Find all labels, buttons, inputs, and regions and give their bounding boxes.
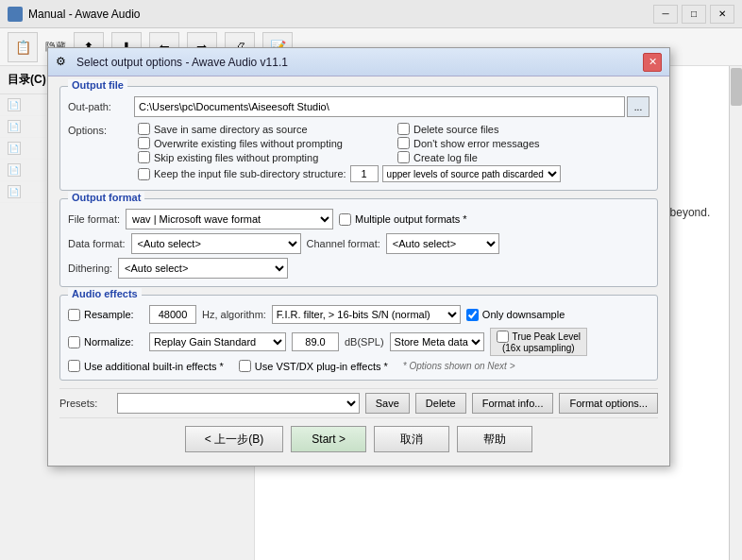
options-row: Options: Save in same directory as sourc… [68, 123, 649, 182]
true-peak-cb[interactable]: True Peak Level [497, 331, 581, 343]
channel-format-label: Channel format: [307, 238, 380, 249]
help-btn[interactable]: 帮助 [457, 426, 532, 452]
presets-select[interactable] [117, 393, 360, 414]
additional-row: Use additional built-in effects * Use VS… [68, 360, 649, 372]
options-note: * Options shown on Next > [403, 361, 515, 371]
additional-effects-input[interactable] [68, 360, 80, 372]
bg-titlebar: Manual - Awave Audio ─ □ ✕ [0, 0, 742, 28]
vst-input[interactable] [239, 360, 251, 372]
options-label: Options: [68, 123, 134, 136]
resample-algo-select[interactable]: F.I.R. filter, > 16-bits S/N (normal) [272, 305, 461, 324]
close-bg-btn[interactable]: ✕ [710, 5, 734, 24]
scrollbar-thumb[interactable] [731, 68, 742, 106]
normalize-unit: dB(SPL) [345, 336, 384, 348]
effects-grid: Resample: Hz, algorithm: F.I.R. filter, … [68, 305, 649, 372]
normalize-input[interactable] [68, 336, 80, 348]
true-peak-line2: (16x upsampling) [502, 343, 575, 353]
cb-same-dir-input[interactable] [138, 123, 150, 135]
normalize-type-select[interactable]: Replay Gain Standard [149, 332, 286, 351]
cb-no-error-msg-input[interactable] [397, 137, 410, 149]
toc-item-icon: 📄 [8, 98, 21, 111]
cb-delete-source-label: Delete source files [413, 124, 499, 135]
subdir-dropdown[interactable]: upper levels of source path discarded [382, 165, 561, 182]
options-grid: Save in same directory as source Delete … [138, 123, 649, 163]
multi-output-input[interactable] [339, 213, 351, 226]
true-peak-box: True Peak Level (16x upsampling) [490, 328, 587, 356]
cb-keep-subdir-label: Keep the input file sub-directory struct… [154, 168, 346, 179]
outpath-row: Out-path: ... [68, 96, 649, 117]
options-content: Save in same directory as source Delete … [138, 123, 649, 182]
format-content: File format: wav | Microsoft wave format… [68, 209, 649, 279]
data-format-label: Data format: [68, 238, 126, 249]
output-format-legend: Output format [68, 192, 144, 203]
toolbar-clipboard-btn[interactable]: 📋 [8, 32, 38, 62]
cb-same-dir-label: Save in same directory as source [154, 124, 308, 135]
cb-skip-existing[interactable]: Skip existing files without prompting [138, 151, 390, 163]
cb-keep-subdir[interactable]: Keep the input file sub-directory struct… [138, 168, 346, 180]
cancel-btn[interactable]: 取消 [374, 426, 449, 452]
cb-delete-source-input[interactable] [397, 123, 410, 135]
only-downsample-input[interactable] [466, 309, 479, 321]
format-info-btn[interactable]: Format info... [472, 393, 554, 414]
multi-output-cb[interactable]: Multiple output formats * [339, 213, 467, 226]
resample-unit: Hz, algorithm: [202, 309, 266, 320]
format-options-btn[interactable]: Format options... [559, 393, 658, 414]
toc-item-icon: 📄 [8, 120, 21, 133]
back-btn[interactable]: < 上一步(B) [185, 426, 283, 452]
save-preset-btn[interactable]: Save [365, 393, 410, 414]
output-options-dialog: ⚙ Select output options - Awave Audio v1… [47, 47, 670, 467]
file-format-label: File format: [68, 213, 120, 225]
normalize-row: Normalize: Replay Gain Standard dB(SPL) … [68, 328, 649, 356]
dithering-select[interactable]: <Auto select> [118, 258, 288, 279]
output-format-section: Output format File format: wav | Microso… [59, 198, 658, 287]
bg-window-title: Manual - Awave Audio [28, 8, 141, 21]
minimize-btn[interactable]: ─ [653, 5, 678, 24]
app-icon [8, 7, 23, 22]
data-format-select[interactable]: <Auto select> [131, 233, 301, 254]
subdir-num-input[interactable] [350, 165, 379, 182]
start-btn[interactable]: Start > [291, 426, 366, 452]
cb-create-log-label: Create log file [413, 152, 478, 163]
cb-overwrite-input[interactable] [138, 137, 150, 149]
delete-preset-btn[interactable]: Delete [415, 393, 466, 414]
only-downsample-label: Only downsample [482, 309, 565, 320]
cb-no-error-msg-label: Don't show error messages [413, 138, 540, 149]
true-peak-input[interactable] [497, 331, 509, 343]
toc-item-icon: 📄 [8, 185, 21, 198]
normalize-label: Normalize: [84, 336, 134, 348]
scrollbar-vertical[interactable] [729, 66, 742, 560]
outpath-input[interactable] [134, 96, 625, 117]
cb-create-log[interactable]: Create log file [397, 151, 649, 163]
cb-same-dir[interactable]: Save in same directory as source [138, 123, 390, 135]
normalize-db-input[interactable] [292, 332, 339, 351]
cb-no-error-msg[interactable]: Don't show error messages [397, 137, 649, 149]
audio-effects-legend: Audio effects [68, 288, 142, 299]
maximize-btn[interactable]: □ [682, 5, 706, 24]
resample-hz-input[interactable] [149, 305, 196, 324]
normalize-cb[interactable]: Normalize: [68, 336, 143, 348]
additional-effects-cb[interactable]: Use additional built-in effects * [68, 360, 224, 372]
additional-effects-label: Use additional built-in effects * [84, 361, 224, 372]
cb-overwrite[interactable]: Overwrite existing files without prompti… [138, 137, 390, 149]
dialog-body: Output file Out-path: ... Options: Save … [48, 76, 669, 466]
dialog-close-btn[interactable]: ✕ [643, 53, 662, 72]
cb-overwrite-label: Overwrite existing files without prompti… [154, 138, 343, 149]
file-format-select[interactable]: wav | Microsoft wave format [126, 209, 333, 229]
cb-skip-existing-input[interactable] [138, 151, 150, 163]
browse-btn[interactable]: ... [627, 96, 649, 117]
dialog-titlebar: ⚙ Select output options - Awave Audio v1… [48, 48, 669, 76]
output-file-legend: Output file [68, 79, 127, 91]
channel-format-select[interactable]: <Auto select> [386, 233, 499, 254]
only-downsample-cb[interactable]: Only downsample [466, 309, 565, 321]
cb-delete-source[interactable]: Delete source files [397, 123, 649, 135]
resample-input[interactable] [68, 309, 80, 321]
cb-create-log-input[interactable] [397, 151, 410, 163]
cb-keep-subdir-input[interactable] [138, 168, 150, 180]
store-meta-select[interactable]: Store Meta data [390, 332, 484, 351]
keep-subdir-row: Keep the input file sub-directory struct… [138, 165, 649, 182]
dithering-row: Dithering: <Auto select> [68, 258, 649, 279]
toc-item-icon: 📄 [8, 163, 21, 177]
presets-label: Presets: [59, 398, 111, 409]
vst-cb[interactable]: Use VST/DX plug-in effects * [239, 360, 388, 372]
resample-cb[interactable]: Resample: [68, 309, 143, 321]
